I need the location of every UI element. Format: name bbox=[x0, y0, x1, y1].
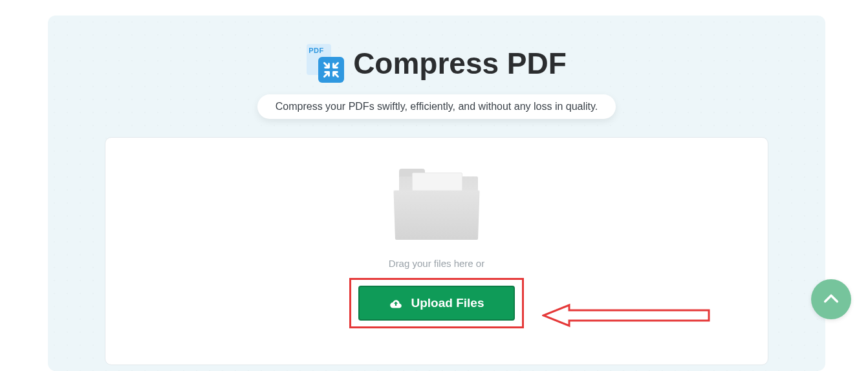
subtitle-pill: Compress your PDFs swiftly, efficiently,… bbox=[257, 94, 616, 119]
drag-hint-text: Drag your files here or bbox=[389, 258, 484, 269]
pdf-compress-icon: PDF bbox=[307, 44, 344, 83]
main-panel: PDF Compress PDF Compress your PDFs swif… bbox=[48, 16, 825, 371]
page-title: Compress PDF bbox=[353, 46, 567, 81]
chevron-up-icon bbox=[822, 290, 840, 308]
upload-files-button[interactable]: Upload Files bbox=[358, 286, 515, 321]
subtitle-text: Compress your PDFs swiftly, efficiently,… bbox=[276, 101, 598, 112]
folder-icon bbox=[395, 169, 478, 240]
upload-button-highlight: Upload Files bbox=[349, 278, 525, 328]
upload-button-label: Upload Files bbox=[411, 296, 484, 310]
upload-dropzone[interactable]: Drag your files here or Upload Files bbox=[105, 137, 768, 365]
scroll-to-top-button[interactable] bbox=[811, 279, 851, 319]
cloud-upload-icon bbox=[389, 298, 402, 308]
header-section: PDF Compress PDF bbox=[48, 44, 825, 83]
pdf-badge-label: PDF bbox=[309, 47, 324, 54]
